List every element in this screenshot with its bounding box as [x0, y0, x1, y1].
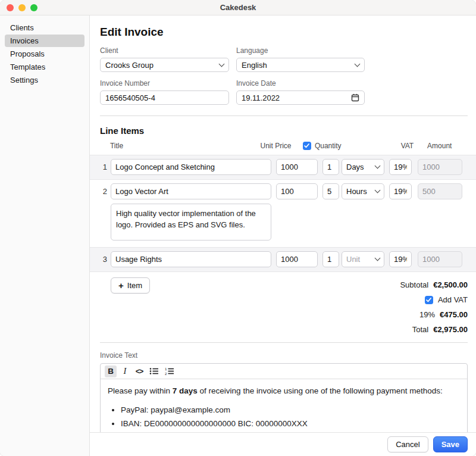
item-amount-output [418, 251, 462, 267]
chevron-down-icon [355, 61, 361, 67]
line-items-table: Title Unit Price Quantity VAT Amount [90, 142, 476, 272]
page-title: Edit Invoice [100, 25, 468, 39]
item-amount-output [418, 183, 462, 199]
chevron-down-icon [375, 255, 381, 261]
item-vat-input[interactable] [389, 159, 412, 175]
column-title: Title [110, 142, 256, 150]
quantity-checkbox[interactable] [303, 142, 311, 150]
row-number: 2 [100, 183, 107, 199]
client-label: Client [100, 46, 229, 55]
plus-icon: + [118, 281, 124, 290]
sidebar-item-invoices[interactable]: Invoices [5, 35, 84, 47]
add-vat-checkbox[interactable] [425, 296, 433, 304]
bold-text: 7 days [173, 386, 198, 395]
item-title-input[interactable] [111, 183, 271, 199]
item-unit-select[interactable]: Days [342, 159, 384, 175]
item-vat-input[interactable] [389, 251, 412, 267]
titlebar: Cakedesk [0, 0, 476, 15]
traffic-lights [7, 0, 37, 15]
language-select[interactable]: English [236, 58, 365, 72]
chevron-down-icon [375, 163, 381, 169]
chevron-down-icon [219, 61, 225, 67]
cancel-button[interactable]: Cancel [387, 436, 428, 452]
zoom-window-button[interactable] [30, 4, 37, 11]
line-items-header: Title Unit Price Quantity VAT Amount [90, 142, 476, 155]
editor-toolbar: B I <> 1 [101, 364, 467, 379]
sidebar-item-settings[interactable]: Settings [5, 74, 84, 86]
invoice-number-label: Invoice Number [100, 79, 229, 88]
totals: Subtotal €2,500.00 Add VAT 19% €475.00 [400, 277, 468, 337]
code-icon[interactable]: <> [133, 366, 145, 377]
svg-text:1: 1 [165, 367, 167, 371]
minimize-window-button[interactable] [18, 4, 26, 11]
line-item-row: 3 Unit [90, 247, 476, 271]
calendar-icon[interactable] [351, 93, 359, 102]
check-icon [426, 298, 431, 302]
item-description-textarea[interactable]: High quality vector implementation of th… [111, 204, 271, 241]
vat-value: €475.00 [440, 310, 468, 319]
line-item-row: 1 Days [90, 155, 476, 179]
item-qty-input[interactable] [322, 183, 339, 199]
subtotal-label: Subtotal [400, 280, 428, 289]
add-vat-label: Add VAT [438, 295, 468, 304]
app-window: Cakedesk Clients Invoices Proposals Temp… [0, 0, 476, 456]
item-title-input[interactable] [111, 251, 271, 267]
column-vat: VAT [401, 142, 421, 150]
item-unit-value: Days [346, 163, 364, 171]
sidebar-item-proposals[interactable]: Proposals [5, 48, 84, 60]
add-item-button[interactable]: + Item [111, 277, 150, 293]
payment-terms-paragraph: Please pay within 7 days of receiving th… [108, 385, 460, 397]
italic-icon[interactable]: I [119, 366, 131, 377]
item-unit-value: Hours [346, 187, 367, 196]
line-items-title: Line Items [100, 126, 468, 136]
chevron-down-icon [375, 188, 381, 193]
edit-invoice-form: Edit Invoice Client Crooks Group Languag… [90, 15, 476, 432]
item-unit-price-input[interactable] [276, 251, 318, 267]
invoice-text-label: Invoice Text [100, 351, 468, 360]
item-amount-output [418, 159, 462, 175]
column-quantity: Quantity [315, 142, 342, 150]
item-unit-select[interactable]: Unit [342, 251, 384, 267]
invoice-text-editor: B I <> 1 [100, 363, 468, 432]
item-unit-value: Unit [346, 255, 360, 264]
window-title: Cakedesk [220, 3, 256, 12]
column-unit-price: Unit Price [261, 142, 298, 150]
client-select-value: Crooks Group [105, 61, 154, 70]
column-amount: Amount [427, 142, 468, 150]
check-icon [304, 143, 309, 148]
save-button[interactable]: Save [433, 436, 468, 452]
ordered-list-icon[interactable]: 1 2 [163, 366, 176, 377]
language-label: Language [236, 46, 365, 55]
svg-text:2: 2 [165, 372, 167, 376]
client-select[interactable]: Crooks Group [100, 58, 229, 72]
total-value: €2,975.00 [433, 325, 468, 334]
row-number: 1 [100, 159, 107, 175]
add-item-label: Item [127, 281, 142, 290]
list-item: PayPal: paypal@example.com [121, 404, 460, 416]
item-unit-price-input[interactable] [276, 183, 318, 199]
close-window-button[interactable] [7, 4, 14, 11]
item-unit-select[interactable]: Hours [342, 183, 384, 199]
language-select-value: English [242, 61, 267, 70]
sidebar-item-clients[interactable]: Clients [5, 21, 84, 34]
invoice-date-value: 19.11.2022 [242, 93, 280, 102]
invoice-date-input[interactable]: 19.11.2022 [236, 90, 365, 105]
section-divider [100, 115, 468, 116]
payment-methods-list: PayPal: paypal@example.com IBAN: DE00000… [121, 404, 460, 430]
item-title-input[interactable] [111, 159, 271, 175]
bullet-list-icon[interactable] [148, 366, 161, 377]
invoice-text-content[interactable]: Please pay within 7 days of receiving th… [101, 379, 467, 432]
sidebar-item-templates[interactable]: Templates [5, 61, 84, 73]
total-label: Total [412, 325, 428, 334]
line-item-row: 2 Hours [90, 179, 476, 247]
item-vat-input[interactable] [389, 183, 412, 199]
invoice-number-input[interactable] [100, 90, 229, 105]
sidebar: Clients Invoices Proposals Templates Set… [0, 15, 90, 456]
row-number: 3 [100, 251, 107, 267]
bold-icon[interactable]: B [105, 366, 117, 377]
item-qty-input[interactable] [322, 159, 339, 175]
vat-rate-label: 19% [419, 310, 435, 319]
item-unit-price-input[interactable] [276, 159, 318, 175]
section-divider [100, 342, 468, 343]
item-qty-input[interactable] [322, 251, 339, 267]
